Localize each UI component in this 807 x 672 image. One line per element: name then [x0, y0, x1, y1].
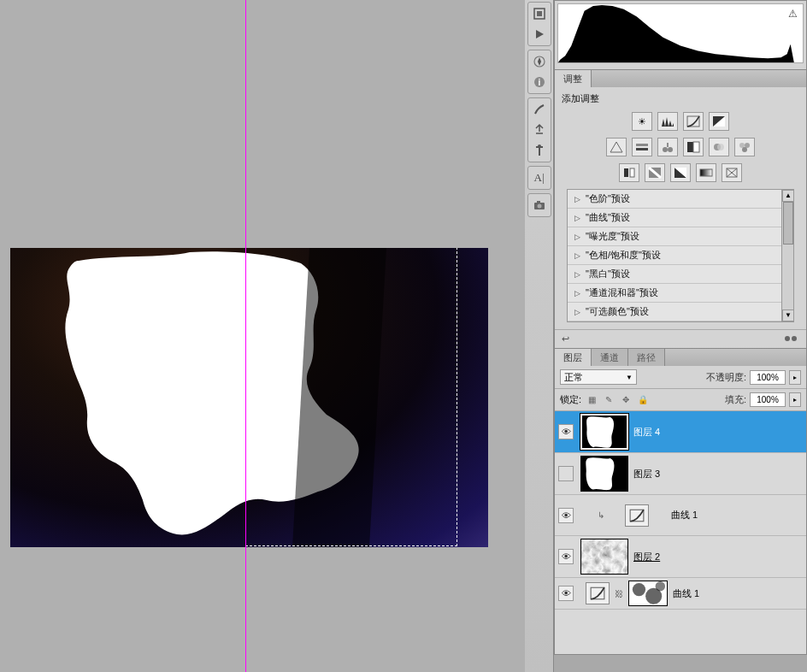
layers-list: 👁 图层 4 图层 3 👁 ↳ 曲线 1 [555, 411, 806, 654]
adj-invert-icon[interactable] [619, 163, 639, 182]
svg-point-34 [792, 336, 797, 341]
layer-thumbnail[interactable] [580, 456, 628, 492]
preset-item[interactable]: ▷"黑白"预设 [568, 265, 793, 284]
svg-point-33 [785, 336, 790, 341]
layer-row[interactable]: 👁 图层 4 [555, 411, 806, 453]
scroll-down-icon[interactable]: ▼ [782, 309, 794, 321]
tool-preset-icon[interactable] [529, 141, 550, 160]
tab-paths[interactable]: 路径 [628, 349, 665, 366]
visibility-toggle[interactable]: 👁 [558, 549, 574, 564]
visibility-toggle[interactable]: 👁 [558, 424, 574, 439]
svg-point-9 [537, 204, 541, 209]
canvas-document[interactable] [10, 248, 488, 547]
camera-icon[interactable] [529, 196, 550, 215]
svg-rect-19 [687, 142, 693, 152]
adj-threshold-icon[interactable] [670, 163, 691, 182]
adj-return-icon[interactable]: ↩ [562, 333, 569, 345]
preset-item[interactable]: ▷"曝光度"预设 [568, 227, 793, 246]
svg-rect-11 [687, 116, 699, 127]
layer-name[interactable]: 图层 3 [633, 468, 660, 480]
canvas-area[interactable] [0, 0, 525, 672]
adj-brightness-icon[interactable]: ☀ [632, 112, 652, 131]
adj-channelmixer-icon[interactable] [734, 138, 755, 156]
navigator-icon[interactable] [529, 52, 550, 71]
layer-name[interactable]: 曲线 1 [673, 587, 699, 600]
adj-colorbalance-icon[interactable] [657, 138, 678, 156]
lock-transparency-icon[interactable]: ▦ [585, 393, 598, 407]
layer-name[interactable]: 图层 4 [633, 426, 660, 439]
svg-point-7 [538, 144, 541, 148]
adj-curves-icon[interactable] [683, 112, 704, 131]
svg-marker-14 [610, 142, 622, 152]
tab-channels[interactable]: 通道 [592, 349, 628, 366]
lock-paint-icon[interactable]: ✎ [602, 393, 616, 407]
layer-thumbnail[interactable] [580, 539, 628, 575]
visibility-toggle[interactable] [558, 466, 574, 481]
svg-rect-39 [591, 587, 604, 599]
histogram-warning-icon[interactable]: ⚠ [788, 8, 798, 20]
svg-rect-26 [624, 168, 628, 177]
blend-mode-select[interactable]: 正常▼ [560, 369, 637, 385]
brush-icon[interactable] [529, 100, 550, 119]
link-icon: ⛓ [615, 589, 623, 598]
adj-levels-icon[interactable] [657, 112, 678, 131]
fill-arrow-icon[interactable]: ▸ [789, 392, 801, 407]
layer-row[interactable]: 👁 ↳ 曲线 1 [555, 495, 806, 536]
preset-item[interactable]: ▷"可选颜色"预设 [568, 303, 793, 321]
add-adjustment-label: 添加调整 [562, 92, 799, 105]
adj-exposure-icon[interactable] [709, 112, 729, 131]
histogram-panel: ⚠ [554, 0, 807, 70]
scroll-up-icon[interactable]: ▲ [782, 190, 794, 202]
tab-layers[interactable]: 图层 [555, 349, 592, 366]
adj-gradientmap-icon[interactable] [696, 163, 716, 182]
adj-expand-icon[interactable] [784, 333, 799, 345]
svg-point-25 [742, 147, 747, 152]
svg-point-22 [717, 144, 724, 150]
clone-source-icon[interactable] [529, 121, 550, 139]
layer-thumbnail[interactable] [580, 414, 628, 450]
layer-name[interactable]: 曲线 1 [671, 509, 698, 522]
opacity-input[interactable]: 100% [750, 370, 786, 385]
adj-hue-icon[interactable] [632, 138, 652, 156]
lock-position-icon[interactable]: ✥ [619, 393, 633, 407]
scroll-thumb[interactable] [783, 202, 793, 245]
actions-icon[interactable] [529, 25, 550, 44]
character-icon[interactable]: A| [529, 168, 550, 187]
layer-name[interactable]: 图层 2 [633, 551, 660, 563]
info-icon[interactable]: i [529, 73, 550, 91]
adj-photofilter-icon[interactable] [709, 138, 729, 156]
preset-scrollbar[interactable]: ▲ ▼ [781, 190, 793, 321]
fill-input[interactable]: 100% [750, 392, 786, 407]
lock-all-icon[interactable]: 🔒 [636, 393, 650, 407]
svg-text:i: i [538, 78, 540, 87]
adj-vibrance-icon[interactable] [606, 138, 627, 156]
visibility-toggle[interactable]: 👁 [558, 586, 574, 601]
preset-item[interactable]: ▷"色相/饱和度"预设 [568, 246, 793, 265]
histogram-chart[interactable]: ⚠ [557, 3, 804, 63]
adj-selectivecolor-icon[interactable] [722, 163, 742, 182]
svg-rect-27 [630, 168, 634, 177]
history-icon[interactable] [529, 4, 550, 23]
adj-posterize-icon[interactable] [645, 163, 665, 182]
tab-adjustments[interactable]: 调整 [555, 70, 592, 87]
svg-point-17 [663, 147, 668, 152]
adjustment-thumbnail[interactable] [586, 582, 610, 604]
adj-bw-icon[interactable] [683, 138, 704, 156]
preset-item[interactable]: ▷"曲线"预设 [568, 209, 793, 227]
layer-row[interactable]: 👁 图层 2 [555, 536, 806, 578]
adjustment-thumbnail[interactable] [625, 504, 649, 527]
fill-label: 填充: [725, 393, 746, 406]
layer-row[interactable]: 图层 3 [555, 453, 806, 495]
visibility-toggle[interactable]: 👁 [558, 508, 574, 523]
mask-thumbnail[interactable] [628, 581, 668, 606]
guide-vertical[interactable] [245, 0, 246, 672]
opacity-label: 不透明度: [706, 371, 746, 384]
opacity-arrow-icon[interactable]: ▸ [789, 370, 801, 385]
panel-dock: i A| [525, 0, 554, 672]
svg-rect-31 [700, 169, 712, 176]
layer-row[interactable]: 👁 ⛓ 曲线 1 [555, 578, 806, 610]
preset-item[interactable]: ▷"色阶"预设 [568, 190, 793, 209]
preset-item[interactable]: ▷"通道混和器"预设 [568, 284, 793, 303]
svg-rect-10 [537, 201, 540, 203]
adjustments-panel: 调整 添加调整 ☀ [554, 70, 807, 349]
